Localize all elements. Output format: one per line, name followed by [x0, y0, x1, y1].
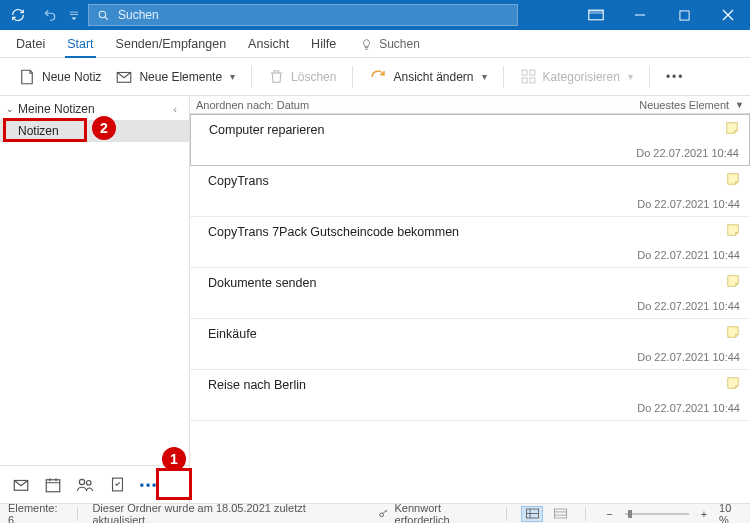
key-icon [378, 508, 389, 519]
caret-down-icon: ⌄ [6, 104, 14, 114]
new-items-icon [115, 68, 133, 86]
title-bar: Suchen [0, 0, 750, 30]
trash-icon [268, 68, 285, 85]
newest-label: Neuestes Element [639, 99, 729, 111]
close-button[interactable] [706, 0, 750, 30]
view-reading-icon[interactable] [549, 506, 571, 522]
new-items-label: Neue Elemente [139, 70, 222, 84]
note-date: Do 22.07.2021 10:44 [208, 198, 740, 210]
menu-help[interactable]: Hilfe [301, 32, 346, 57]
sort-header[interactable]: Anordnen nach: Datum Neuestes Element ▼ [190, 96, 750, 114]
new-note-icon [18, 68, 36, 86]
ellipsis-icon: ••• [666, 70, 685, 84]
status-elements: Elemente: 6 [8, 502, 63, 524]
note-title: CopyTrans 7Pack Gutscheincode bekommen [208, 225, 740, 239]
refresh-icon[interactable] [0, 0, 36, 30]
sticky-note-icon [726, 223, 740, 237]
search-icon [97, 9, 110, 22]
ribbon-display-icon[interactable] [574, 0, 618, 30]
main-area: ⌄ Meine Notizen ‹ Notizen ••• [0, 96, 750, 503]
nav-switcher: ••• [0, 465, 189, 503]
collapse-icon[interactable]: ‹ [173, 103, 181, 115]
svg-rect-18 [628, 510, 632, 518]
svg-rect-10 [46, 479, 60, 491]
menu-file[interactable]: Datei [6, 32, 55, 57]
svg-point-14 [379, 513, 383, 517]
calendar-icon[interactable] [38, 471, 68, 499]
ellipsis-icon: ••• [140, 478, 159, 492]
content-pane: Anordnen nach: Datum Neuestes Element ▼ … [190, 96, 750, 503]
note-date: Do 22.07.2021 10:44 [208, 300, 740, 312]
svg-rect-3 [679, 10, 688, 19]
categorize-icon [520, 68, 537, 85]
sticky-note-icon [726, 325, 740, 339]
svg-rect-7 [522, 78, 527, 83]
svg-point-12 [87, 480, 92, 485]
zoom-in-icon[interactable]: + [695, 508, 713, 520]
undo-icon[interactable] [36, 0, 64, 30]
new-items-button[interactable]: Neue Elemente ▾ [111, 65, 239, 89]
lightbulb-icon [360, 38, 373, 51]
view-normal-icon[interactable] [521, 506, 543, 522]
ribbon: Neue Notiz Neue Elemente ▾ Löschen Ansic… [0, 58, 750, 96]
search-placeholder: Suchen [118, 8, 159, 22]
note-item[interactable]: CopyTransDo 22.07.2021 10:44 [190, 166, 750, 217]
chevron-down-icon: ▾ [628, 71, 633, 82]
folder-notes[interactable]: Notizen [0, 120, 189, 142]
categorize-button: Kategorisieren ▾ [516, 65, 637, 88]
nav-more-button[interactable]: ••• [134, 471, 164, 499]
note-item[interactable]: Dokumente sendenDo 22.07.2021 10:44 [190, 268, 750, 319]
people-icon[interactable] [70, 471, 100, 499]
menu-view[interactable]: Ansicht [238, 32, 299, 57]
sort-chevron-icon[interactable]: ▼ [735, 100, 744, 110]
zoom-out-icon[interactable]: − [600, 508, 618, 520]
change-view-icon [369, 68, 387, 86]
qat-more-icon[interactable] [64, 0, 84, 30]
menu-start[interactable]: Start [57, 32, 103, 57]
zoom-value: 10 % [719, 502, 742, 524]
new-note-button[interactable]: Neue Notiz [14, 65, 105, 89]
change-view-button[interactable]: Ansicht ändern ▾ [365, 65, 490, 89]
delete-button: Löschen [264, 65, 340, 88]
note-title: Reise nach Berlin [208, 378, 740, 392]
delete-label: Löschen [291, 70, 336, 84]
menu-bar: Datei Start Senden/Empfangen Ansicht Hil… [0, 30, 750, 58]
new-note-label: Neue Notiz [42, 70, 101, 84]
chevron-down-icon: ▾ [482, 71, 487, 82]
sticky-note-icon [726, 172, 740, 186]
svg-point-0 [99, 11, 106, 18]
ribbon-more-button[interactable]: ••• [662, 67, 689, 87]
menu-send-receive[interactable]: Senden/Empfangen [106, 32, 237, 57]
tasks-icon[interactable] [102, 471, 132, 499]
separator [649, 66, 650, 88]
zoom-slider[interactable] [625, 507, 689, 521]
maximize-button[interactable] [662, 0, 706, 30]
separator [503, 66, 504, 88]
separator [352, 66, 353, 88]
svg-rect-5 [522, 70, 527, 75]
zoom-control[interactable]: − + 10 % [600, 502, 742, 524]
svg-rect-16 [554, 509, 566, 518]
tell-me[interactable]: Suchen [352, 32, 428, 57]
tell-me-label: Suchen [379, 37, 420, 51]
note-title: Dokumente senden [208, 276, 740, 290]
nav-sidebar: ⌄ Meine Notizen ‹ Notizen ••• [0, 96, 190, 503]
my-notes-label: Meine Notizen [18, 102, 95, 116]
note-title: CopyTrans [208, 174, 740, 188]
sticky-note-icon [725, 121, 739, 135]
svg-point-11 [79, 479, 84, 484]
minimize-button[interactable] [618, 0, 662, 30]
mail-icon[interactable] [6, 471, 36, 499]
note-item[interactable]: Reise nach BerlinDo 22.07.2021 10:44 [190, 370, 750, 421]
note-item[interactable]: CopyTrans 7Pack Gutscheincode bekommenDo… [190, 217, 750, 268]
separator [251, 66, 252, 88]
note-item[interactable]: Computer reparierenDo 22.07.2021 10:44 [190, 114, 750, 166]
note-item[interactable]: EinkäufeDo 22.07.2021 10:44 [190, 319, 750, 370]
search-box[interactable]: Suchen [88, 4, 518, 26]
note-title: Einkäufe [208, 327, 740, 341]
status-bar: Elemente: 6 Dieser Ordner wurde am 18.05… [0, 503, 750, 523]
sticky-note-icon [726, 274, 740, 288]
svg-rect-2 [589, 10, 603, 13]
arrange-by-label: Anordnen nach: Datum [196, 99, 309, 111]
folders-header[interactable]: ⌄ Meine Notizen ‹ [0, 96, 189, 120]
